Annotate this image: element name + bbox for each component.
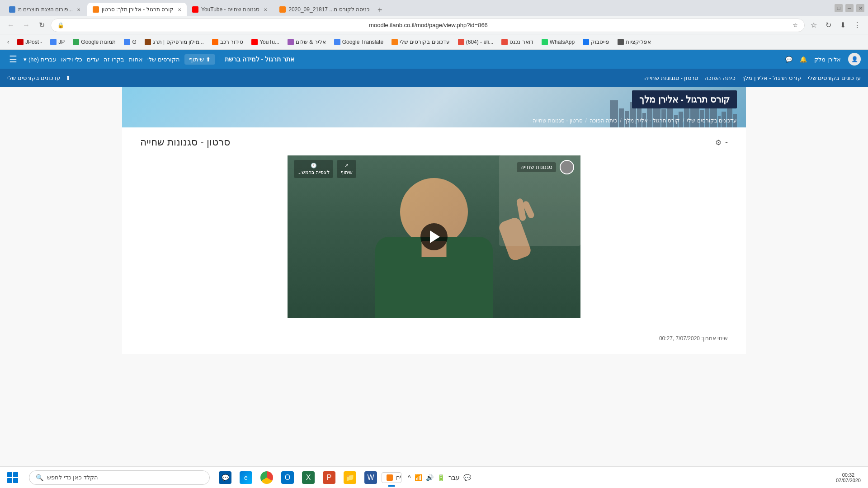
notification-icon-bell[interactable]: 🔔 <box>800 56 807 63</box>
course-share-icon[interactable]: ⬆ <box>66 75 71 81</box>
taskbar-app-explorer[interactable]: 📁 <box>340 468 360 488</box>
course-nav-right: ⬆ עדכונים בקורסים שלי <box>7 75 71 81</box>
taskbar-app-outlook[interactable]: O <box>278 468 297 488</box>
course-nav-class-link[interactable]: כיתה הפוכה <box>704 75 736 81</box>
close-window-button[interactable]: ✕ <box>856 4 864 12</box>
bookmark-translate[interactable]: Google Translate <box>330 37 387 47</box>
tab-close-login[interactable]: ✕ <box>372 6 373 13</box>
bookmark-elir[interactable]: אליר & שלום <box>284 37 330 47</box>
lock-icon: 🔒 <box>57 22 64 28</box>
video-history-button[interactable]: 🕐 לצפייה בהמש... <box>294 160 333 178</box>
bookmark-siddur[interactable]: סידור רכב <box>208 37 247 47</box>
taskbar-app-word[interactable]: W <box>361 468 381 488</box>
bookmark-facebook[interactable]: פייסבוק <box>579 37 613 47</box>
start-button[interactable] <box>0 467 25 488</box>
taskbar-app-active-moodle[interactable]: קורס תרגול - אלירן... <box>382 468 401 488</box>
home-label: אחות <box>129 56 143 63</box>
breadcrumb-home[interactable]: עדכונים בקורסים שלי <box>687 117 737 124</box>
bookmark-dvar[interactable]: (604) - eli... <box>454 37 497 47</box>
moodle-nav-right: אתר תרגול - למידה ברשת ⬆ שיתוף הקורסים ש… <box>7 52 294 66</box>
bookmark-jp[interactable]: JP <box>47 37 68 47</box>
taskbar-tray: ^ 📶 🔊 🔋 עבר 💬 <box>403 473 476 482</box>
bookmark-mail[interactable]: דואר נכנס <box>498 37 537 47</box>
breadcrumb-sep3: / <box>585 117 587 124</box>
updates-link[interactable]: עדים <box>87 56 99 63</box>
browser-tab-youtube[interactable]: YouTube - סגנונות שחייה ✕ <box>187 3 274 16</box>
visit-link[interactable]: בקרו זה <box>104 56 124 63</box>
bookmark-milon[interactable]: מילון מורפיקס | תרג... <box>141 37 208 47</box>
minimize-window-button[interactable]: ─ <box>845 4 854 12</box>
home-link[interactable]: אחות <box>129 56 143 63</box>
app-icon-chrome <box>260 471 273 484</box>
taskbar-app-excel[interactable]: X <box>298 468 318 488</box>
page-settings-button[interactable]: ⚙ <box>715 138 722 147</box>
collapse-icon: ‹ <box>7 39 9 45</box>
active-tab-preview: קורס תרגול - אלירן... <box>382 472 401 483</box>
taskbar-app-chat[interactable]: 💬 <box>215 468 235 488</box>
bookmark-jpost[interactable]: JPost - <box>14 37 46 47</box>
bookmark-collapse[interactable]: ‹ <box>4 37 13 47</box>
bookmark-label-updates: עדכונים בקורסים שלי <box>400 39 450 45</box>
course-nav-section-link[interactable]: סרטון - סגנונות שחייה <box>644 75 698 81</box>
bookmark-favicon-whatsapp <box>542 39 548 45</box>
settings-button[interactable]: ⋮ <box>851 19 863 32</box>
reload-button[interactable]: ↻ <box>35 19 48 32</box>
browser-tabs: פורום הצגת תוצרים מ... ✕ קורס תרגול - אל… <box>4 0 831 16</box>
back-button[interactable]: ← <box>5 19 17 32</box>
tray-volume-icon[interactable]: 🔊 <box>425 473 434 482</box>
url-text: moodle.ilanb.co.il/mod/page/view.php?id=… <box>67 22 790 28</box>
taskbar-app-chrome[interactable] <box>257 468 277 488</box>
tab-close-forum[interactable]: ✕ <box>75 6 82 13</box>
clock-time: 00:32 <box>842 472 855 478</box>
message-icon[interactable]: 💬 <box>785 56 793 63</box>
language-selector[interactable]: עברית (he) ▾ <box>24 56 57 63</box>
bookmark-google[interactable]: G <box>120 37 140 47</box>
user-name[interactable]: אלירן מלק <box>814 56 841 63</box>
taskbar-search[interactable]: 🔍 הקלד כאן כדי לחפש <box>29 470 210 485</box>
url-box[interactable]: 🔒 moodle.ilanb.co.il/mod/page/view.php?i… <box>51 19 805 32</box>
bookmarks-bar: ‹ JPost - JP Google תמונות G מילון מורפי… <box>0 34 868 50</box>
tray-battery-icon[interactable]: 🔋 <box>436 473 446 482</box>
breadcrumb-course[interactable]: קורס תרגול - אלירן מלך <box>624 117 680 124</box>
my-courses-link[interactable]: הקורסים שלי <box>147 56 180 63</box>
bookmark-youtube[interactable]: YouTu... <box>248 37 283 47</box>
tray-chevron-icon[interactable]: ^ <box>407 473 412 482</box>
tray-language-icon[interactable]: עבר <box>448 473 461 482</box>
breadcrumb-sep2: / <box>620 117 621 124</box>
course-nav-extras[interactable]: עדכונים בקורסים שלי <box>7 75 60 81</box>
bookmark-button[interactable]: ☆ <box>807 19 820 32</box>
user-avatar[interactable]: 👤 <box>848 53 861 66</box>
bookmark-whatsapp[interactable]: WhatsApp <box>538 37 578 47</box>
bookmark-label-translate: Google Translate <box>342 39 383 45</box>
tab-close-moodle[interactable]: ✕ <box>176 6 183 13</box>
forward-button[interactable]: → <box>20 19 33 32</box>
tray-notification-icon[interactable]: 💬 <box>462 473 472 482</box>
taskbar-app-powerpoint[interactable]: P <box>319 468 339 488</box>
breadcrumb-class[interactable]: כיתה הפוכה <box>590 117 617 124</box>
course-nav-site-link[interactable]: עדכונים בקורסים שלי <box>808 75 861 81</box>
browser-tab-forum[interactable]: פורום הצגת תוצרים מ... ✕ <box>4 3 87 16</box>
browser-tab-login[interactable]: כניסה לקורס מ... 21817_09_2020 ✕ <box>274 3 373 16</box>
share-button[interactable]: ⬆ שיתוף <box>184 54 215 65</box>
hamburger-menu-button[interactable]: ☰ <box>7 52 19 66</box>
refresh-history-button[interactable]: ↻ <box>822 19 835 32</box>
collapse-button[interactable]: - <box>725 138 728 147</box>
bookmark-temunot[interactable]: Google תמונות <box>69 37 119 47</box>
taskbar-clock[interactable]: 00:32 07/07/2020 <box>832 472 864 483</box>
star-icon[interactable]: ☆ <box>793 22 798 28</box>
maximize-window-button[interactable]: □ <box>835 4 843 12</box>
video-tools-link[interactable]: כלי וידאו <box>61 56 83 63</box>
site-title[interactable]: אתר תרגול - למידה ברשת <box>225 56 294 63</box>
video-share-button[interactable]: ↗ שיתוף <box>337 160 356 178</box>
new-tab-button[interactable]: + <box>373 4 386 16</box>
tray-network-icon[interactable]: 📶 <box>414 473 423 482</box>
taskbar-app-edge[interactable]: e <box>236 468 256 488</box>
tab-close-youtube[interactable]: ✕ <box>262 6 269 13</box>
browser-tab-moodle[interactable]: קורס תרגול - אלירן מלך: סרטון ✕ <box>87 3 187 16</box>
play-button[interactable] <box>420 223 448 250</box>
bookmark-label-jpost: JPost - <box>25 39 42 45</box>
bookmark-updates[interactable]: עדכונים בקורסים שלי <box>388 37 453 47</box>
download-button[interactable]: ⬇ <box>836 19 849 32</box>
course-nav-course-link[interactable]: קורס תרגול - אלירן מלך <box>742 75 802 81</box>
bookmark-apps[interactable]: אפליקציות <box>614 37 655 47</box>
